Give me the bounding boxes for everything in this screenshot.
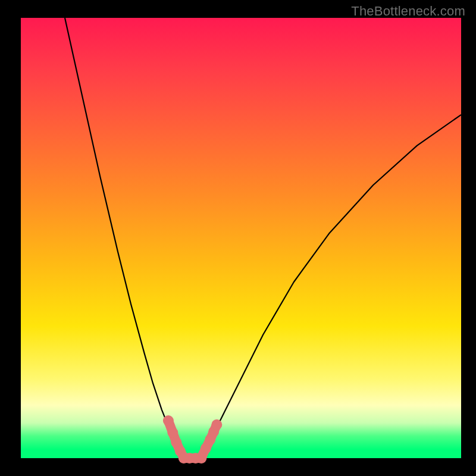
dot-highlight-left bbox=[167, 427, 178, 438]
plot-area bbox=[21, 18, 461, 458]
series-right-curve bbox=[201, 115, 461, 458]
dot-highlight-right bbox=[211, 419, 222, 430]
chart-svg bbox=[21, 18, 461, 458]
chart-frame: TheBottleneck.com bbox=[0, 0, 476, 476]
dot-highlight-left bbox=[163, 415, 174, 426]
series-left-curve bbox=[65, 18, 184, 458]
watermark-text: TheBottleneck.com bbox=[351, 4, 465, 19]
